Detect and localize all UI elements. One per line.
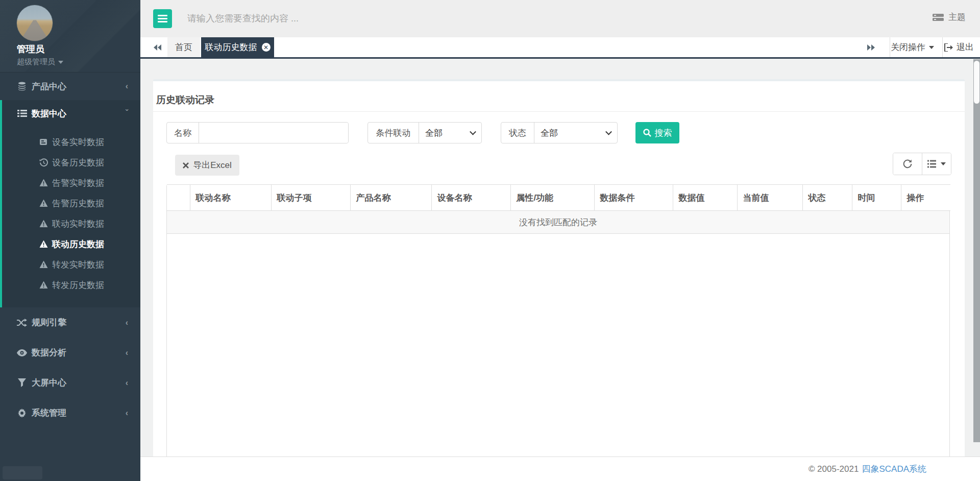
chevron-left-icon: ‹ — [126, 408, 128, 418]
chevron-left-icon: ‹ — [126, 378, 128, 388]
chevron-down-icon — [605, 129, 612, 135]
tab-bar: 首页 联动历史数据 ✕ 关闭操作 退出 — [140, 37, 980, 59]
search-button[interactable]: 搜索 — [635, 122, 679, 143]
sidebar-item-device-realtime[interactable]: 设备实时数据 — [2, 132, 140, 152]
tab-label: 首页 — [175, 41, 192, 53]
sidebar-item-alarm-realtime[interactable]: 告警实时数据 — [2, 173, 140, 193]
status-group: 状态 全部 — [501, 122, 618, 143]
status-label: 状态 — [501, 123, 534, 143]
sidebar: 管理员 超级管理员 产品中心 ‹ — [0, 0, 140, 481]
vertical-scrollbar[interactable] — [973, 59, 980, 442]
content-area: 历史联动记录 名称 条件联动 全部 状态 全 — [140, 59, 980, 481]
chevron-down-icon — [470, 129, 476, 135]
sidebar-toggle-button[interactable] — [153, 9, 172, 28]
column-header[interactable]: 设备名称 — [431, 185, 510, 211]
sidebar-item-product-center[interactable]: 产品中心 ‹ — [0, 73, 140, 100]
filter-icon — [17, 378, 27, 388]
sidebar-item-label: 转发历史数据 — [52, 279, 104, 291]
user-role-dropdown[interactable]: 超级管理员 — [17, 57, 63, 67]
sidebar-item-label: 设备历史数据 — [52, 157, 104, 169]
avatar — [16, 5, 53, 41]
column-header[interactable]: 数据值 — [673, 185, 737, 211]
search-button-label: 搜索 — [655, 127, 672, 139]
sidebar-item-alarm-history[interactable]: 告警历史数据 — [2, 193, 140, 213]
no-records-row: 没有找到匹配的记录 — [167, 211, 949, 234]
sidebar-item-linkage-history[interactable]: 联动历史数据 — [2, 234, 140, 254]
column-header[interactable]: 当前值 — [737, 185, 802, 211]
column-header[interactable]: 操作 — [901, 185, 950, 211]
panel-icon — [39, 137, 48, 147]
sidebar-item-rule-engine[interactable]: 规则引擎 ‹ — [0, 307, 140, 338]
tabs-scroll-left-button[interactable] — [148, 37, 168, 57]
column-header[interactable]: 时间 — [852, 185, 901, 211]
sidebar-item-label: 告警实时数据 — [52, 177, 104, 189]
scrollbar-thumb[interactable] — [974, 61, 979, 104]
tab-close-icon[interactable]: ✕ — [262, 43, 271, 52]
column-header[interactable]: 属性/功能 — [510, 185, 594, 211]
sidebar-item-label: 告警历史数据 — [52, 198, 104, 209]
sidebar-user-panel: 管理员 超级管理员 — [0, 0, 140, 73]
sidebar-item-label: 产品中心 — [32, 81, 66, 92]
table-toolbar — [893, 153, 951, 175]
history-icon — [39, 158, 48, 167]
hamburger-icon — [158, 15, 167, 22]
tab-home[interactable]: 首页 — [167, 37, 200, 57]
refresh-icon — [902, 159, 913, 169]
status-select[interactable]: 全部 — [534, 123, 617, 143]
list-icon — [17, 108, 27, 118]
name-input[interactable] — [199, 123, 348, 143]
column-header[interactable]: 联动子项 — [271, 185, 350, 211]
chevron-left-icon: ‹ — [126, 82, 128, 91]
gear-icon — [17, 408, 27, 418]
condition-select[interactable]: 全部 — [419, 123, 481, 143]
topbar: 主题 — [140, 0, 980, 37]
sidebar-item-system-management[interactable]: 系统管理 ‹ — [0, 398, 140, 428]
theme-label: 主题 — [948, 11, 966, 23]
condition-selected-value: 全部 — [425, 127, 443, 139]
sidebar-item-data-analysis[interactable]: 数据分析 ‹ — [0, 338, 140, 368]
sidebar-item-data-center[interactable]: 数据中心 ˇ — [2, 100, 140, 127]
column-header[interactable]: 状态 — [802, 185, 852, 211]
sidebar-item-device-history[interactable]: 设备历史数据 — [2, 152, 140, 173]
column-header[interactable]: 联动名称 — [190, 185, 271, 211]
sidebar-item-label: 大屏中心 — [32, 377, 66, 389]
sidebar-item-label: 设备实时数据 — [52, 136, 104, 148]
column-header[interactable]: 数据条件 — [594, 185, 673, 211]
name-label: 名称 — [167, 123, 199, 143]
tab-linkage-history[interactable]: 联动历史数据 ✕ — [201, 37, 274, 57]
tabbar-separator — [890, 37, 890, 57]
refresh-button[interactable] — [893, 153, 922, 175]
theme-icon — [933, 13, 944, 21]
divider — [153, 111, 965, 112]
sidebar-item-linkage-realtime[interactable]: 联动实时数据 — [2, 213, 140, 234]
export-excel-button[interactable]: 导出Excel — [175, 155, 239, 176]
sidebar-item-forward-realtime[interactable]: 转发实时数据 — [2, 254, 140, 275]
condition-label: 条件联动 — [368, 123, 419, 143]
logout-button[interactable]: 退出 — [944, 37, 974, 57]
sidebar-item-label: 联动历史数据 — [52, 238, 104, 250]
list-columns-icon — [927, 160, 938, 168]
chevron-left-icon: ‹ — [126, 348, 128, 357]
columns-dropdown-button[interactable] — [922, 153, 951, 175]
chevron-down-icon: ˇ — [126, 109, 128, 118]
sidebar-item-label: 数据分析 — [32, 347, 66, 358]
theme-button[interactable]: 主题 — [933, 11, 966, 23]
sidebar-item-bigscreen-center[interactable]: 大屏中心 ‹ — [0, 368, 140, 398]
database-icon — [17, 81, 27, 91]
global-search-input[interactable] — [187, 8, 545, 29]
page-footer: © 2005-2021 四象SCADA系统 — [140, 456, 980, 481]
close-operations-dropdown[interactable]: 关闭操作 — [891, 37, 934, 57]
condition-group: 条件联动 全部 — [368, 122, 482, 143]
sidebar-item-label: 规则引擎 — [32, 317, 66, 328]
caret-down-icon — [58, 61, 63, 64]
sidebar-item-label: 系统管理 — [32, 407, 66, 419]
warning-icon — [39, 219, 48, 228]
column-header[interactable]: 产品名称 — [350, 185, 431, 211]
sidebar-item-forward-history[interactable]: 转发历史数据 — [2, 275, 140, 295]
warning-icon — [39, 199, 48, 208]
sidebar-item-label: 数据中心 — [32, 108, 66, 119]
column-header-empty — [167, 185, 190, 211]
tab-label: 联动历史数据 — [205, 41, 257, 53]
brand-link[interactable]: 四象SCADA系统 — [862, 463, 926, 475]
tabs-scroll-right-button[interactable] — [861, 37, 881, 57]
